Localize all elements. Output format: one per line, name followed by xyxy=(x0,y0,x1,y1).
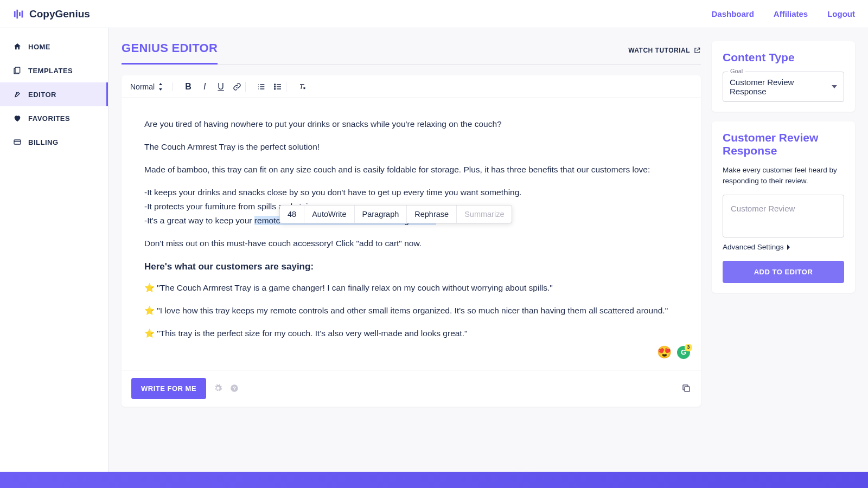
clear-format-button[interactable] xyxy=(297,82,307,92)
logo-icon xyxy=(13,8,25,20)
grammarly-icon[interactable]: G3 xyxy=(677,346,690,359)
external-link-icon xyxy=(693,47,701,54)
editor-toolbar: Normal B I U xyxy=(122,75,701,98)
copy-icon[interactable] xyxy=(681,383,691,393)
goal-label: Goal xyxy=(728,68,745,74)
chevron-down-icon xyxy=(832,85,837,88)
select-arrows-icon xyxy=(158,83,163,91)
nav-dashboard[interactable]: Dashboard xyxy=(711,9,754,18)
brand-text: CopyGenius xyxy=(29,8,90,20)
sidebar-item-home[interactable]: HOME xyxy=(0,35,108,59)
panel-title: Customer Review Response xyxy=(723,131,844,157)
grammarly-badge: 3 xyxy=(685,344,692,351)
editor-p: ⭐ "I love how this tray keeps my remote … xyxy=(144,304,678,317)
sidebar-item-label: EDITOR xyxy=(28,91,56,99)
brand-logo: CopyGenius xyxy=(13,8,90,20)
home-icon xyxy=(13,42,22,51)
sidebar-item-label: HOME xyxy=(28,43,50,51)
sidebar-item-templates[interactable]: TEMPLATES xyxy=(0,59,108,82)
page-head: GENIUS EDITOR WATCH TUTORIAL xyxy=(122,41,701,65)
editor-p: -It keeps your drinks and snacks close b… xyxy=(144,186,678,199)
editor-corner-icons: 😍 G3 xyxy=(657,343,690,362)
editor-p: The Couch Armrest Tray is the perfect so… xyxy=(144,140,678,153)
float-paragraph[interactable]: Paragraph xyxy=(355,206,407,223)
sidebar-item-label: TEMPLATES xyxy=(28,67,73,75)
svg-point-7 xyxy=(275,86,276,87)
bullet-list-button[interactable] xyxy=(273,82,283,92)
svg-rect-4 xyxy=(15,67,20,73)
svg-rect-1 xyxy=(16,9,18,18)
nav-logout[interactable]: Logout xyxy=(827,9,855,18)
panel-title: Content Type xyxy=(723,51,844,64)
app-header: CopyGenius Dashboard Affiliates Logout xyxy=(0,0,868,28)
float-count: 48 xyxy=(280,206,304,223)
editor-icon xyxy=(13,90,22,99)
bold-button[interactable]: B xyxy=(183,82,193,92)
write-for-me-button[interactable]: WRITE FOR ME xyxy=(131,378,206,399)
float-autowrite[interactable]: AutoWrite xyxy=(304,206,354,223)
content-type-panel: Content Type Goal Customer Review Respon… xyxy=(712,41,855,112)
response-panel: Customer Review Response Make every cust… xyxy=(712,121,855,293)
sidebar-item-billing[interactable]: BILLING xyxy=(0,130,108,154)
goal-field: Goal Customer Review Response xyxy=(723,72,844,102)
float-rephrase[interactable]: Rephrase xyxy=(407,206,457,223)
svg-rect-11 xyxy=(685,387,690,391)
editor-body[interactable]: Are you tired of having nowhere to put y… xyxy=(122,98,701,370)
svg-rect-5 xyxy=(14,140,21,144)
heart-icon xyxy=(13,114,22,123)
svg-rect-2 xyxy=(19,12,21,16)
chevron-right-icon xyxy=(786,245,790,250)
sidebar-item-favorites[interactable]: FAVORITES xyxy=(0,106,108,130)
panel-desc: Make every customer feel heard by respon… xyxy=(723,165,844,186)
watch-tutorial-label: WATCH TUTORIAL xyxy=(628,47,690,54)
gear-icon[interactable] xyxy=(214,384,222,393)
add-to-editor-button[interactable]: ADD TO EDITOR xyxy=(723,261,844,283)
sidebar: HOME TEMPLATES EDITOR FAVORITES BILLING xyxy=(0,28,108,488)
editor-p: ⭐ "The Couch Armrest Tray is a game chan… xyxy=(144,281,678,294)
underline-button[interactable]: U xyxy=(216,82,226,92)
watch-tutorial-link[interactable]: WATCH TUTORIAL xyxy=(628,47,701,54)
svg-point-6 xyxy=(275,84,276,85)
sidebar-item-editor[interactable]: EDITOR xyxy=(0,82,108,106)
sidebar-item-label: BILLING xyxy=(28,138,59,146)
header-nav: Dashboard Affiliates Logout xyxy=(711,9,855,18)
editor-p: Don't miss out on this must-have couch a… xyxy=(144,237,678,250)
goal-select[interactable]: Customer Review Response xyxy=(723,72,844,102)
svg-text:?: ? xyxy=(233,386,236,391)
svg-point-8 xyxy=(275,88,276,89)
advanced-settings-link[interactable]: Advanced Settings xyxy=(723,243,844,251)
sidebar-item-label: FAVORITES xyxy=(28,114,70,123)
link-button[interactable] xyxy=(232,82,242,92)
editor-p: ⭐ "This tray is the perfect size for my … xyxy=(144,327,678,340)
editor-p: Are you tired of having nowhere to put y… xyxy=(144,118,678,131)
editor-p: Made of bamboo, this tray can fit on any… xyxy=(144,163,678,176)
editor-footer: WRITE FOR ME ? xyxy=(122,370,701,407)
billing-icon xyxy=(13,138,22,146)
format-select[interactable]: Normal xyxy=(130,82,173,91)
footer-bar xyxy=(0,472,868,488)
svg-rect-0 xyxy=(14,11,16,17)
review-textarea[interactable]: Customer Review xyxy=(723,195,844,237)
ordered-list-button[interactable] xyxy=(257,82,266,92)
heart-eyes-icon[interactable]: 😍 xyxy=(657,343,672,362)
svg-rect-3 xyxy=(22,10,23,17)
editor-subheading: Here's what our customers are saying: xyxy=(144,260,678,274)
help-icon[interactable]: ? xyxy=(230,384,239,393)
selection-float-menu: 48 AutoWrite Paragraph Rephrase Summariz… xyxy=(279,205,512,223)
nav-affiliates[interactable]: Affiliates xyxy=(774,9,808,18)
editor: Normal B I U xyxy=(122,75,701,407)
float-summarize[interactable]: Summarize xyxy=(457,206,512,223)
italic-button[interactable]: I xyxy=(200,82,209,92)
page-title: GENIUS EDITOR xyxy=(122,41,218,65)
templates-icon xyxy=(13,66,22,75)
